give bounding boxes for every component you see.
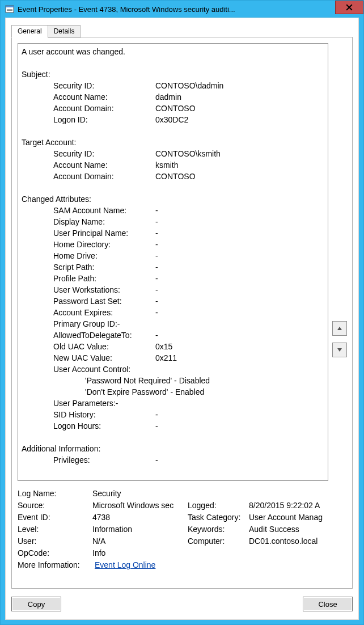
subject-security-id-label: Security ID: [53, 80, 155, 91]
subject-logon-id-label: Logon ID: [53, 114, 155, 125]
target-account-domain-label: Account Domain: [53, 171, 155, 182]
homedir-value: - [155, 239, 324, 250]
delegate-label: AllowedToDelegateTo: [53, 330, 155, 341]
target-heading: Target Account: [22, 137, 77, 148]
source-label: Source: [18, 500, 92, 512]
computer-value: DC01.contoso.local [249, 535, 346, 547]
event-metadata: Log Name: Security Source: Microsoft Win… [18, 488, 346, 571]
expires-value: - [155, 307, 324, 318]
source-value: Microsoft Windows sec [92, 500, 188, 512]
newuac-value: 0x211 [155, 352, 324, 364]
uparams-label: User Parameters: [53, 398, 116, 409]
sid-value: - [155, 409, 324, 420]
event-nav-arrows [332, 321, 346, 364]
changed-heading: Changed Attributes: [22, 193, 91, 205]
more-info-label: More Information: [18, 559, 95, 571]
subject-account-name-value: dadmin [155, 91, 324, 103]
priv-value: - [155, 454, 324, 466]
target-account-name-label: Account Name: [53, 159, 155, 171]
copy-button[interactable]: Copy [11, 597, 61, 611]
workstations-value: - [155, 284, 324, 295]
homedir-label: Home Directory: [53, 239, 155, 250]
olduac-value: 0x15 [155, 341, 324, 352]
svg-rect-1 [6, 6, 14, 7]
tab-details[interactable]: Details [48, 25, 81, 38]
computer-label: Computer: [188, 535, 249, 547]
target-security-id-label: Security ID: [53, 148, 155, 159]
event-log-online-link[interactable]: Event Log Online [95, 559, 155, 571]
arrow-up-icon [337, 326, 342, 331]
display-label: Display Name: [53, 216, 155, 227]
client-area: General Details A user account was chang… [5, 18, 359, 620]
priv-label: Privileges: [53, 454, 155, 466]
workstations-label: User Workstations: [53, 284, 155, 295]
uac-line1: 'Password Not Required' - Disabled [85, 375, 210, 386]
event-id-label: Event ID: [18, 512, 92, 523]
profile-label: Profile Path: [53, 273, 155, 284]
target-account-name-value: ksmith [155, 159, 324, 171]
level-label: Level: [18, 523, 92, 535]
newuac-label: New UAC Value: [53, 352, 155, 364]
sid-label: SID History: [53, 409, 155, 420]
pwdlast-value: - [155, 295, 324, 307]
logged-label: Logged: [188, 500, 249, 512]
tab-general[interactable]: General [11, 25, 48, 38]
task-cat-label: Task Category: [188, 512, 249, 523]
olduac-label: Old UAC Value: [53, 341, 155, 352]
upn-label: User Principal Name: [53, 227, 155, 239]
script-value: - [155, 261, 324, 273]
event-description-box[interactable]: A user account was changed. Subject: Sec… [18, 43, 328, 481]
pgid-value: - [117, 318, 120, 330]
task-cat-value: User Account Manag [249, 512, 346, 523]
app-icon [5, 5, 14, 14]
subject-heading: Subject: [22, 69, 50, 80]
subject-account-domain-value: CONTOSO [155, 103, 324, 114]
uac-line2: 'Don't Expire Password' - Enabled [85, 386, 204, 398]
uparams-value: - [116, 398, 118, 409]
logged-value: 8/20/2015 9:22:02 A [249, 500, 346, 512]
keywords-label: Keywords: [188, 523, 249, 535]
sam-value: - [155, 205, 324, 216]
upn-value: - [155, 227, 324, 239]
additional-heading: Additional Information: [22, 443, 100, 454]
level-value: Information [92, 523, 188, 535]
svg-rect-3 [7, 10, 12, 11]
log-name-value: Security [92, 488, 188, 500]
subject-account-domain-label: Account Domain: [53, 103, 155, 114]
pgid-label: Primary Group ID: [53, 318, 117, 330]
delegate-value: - [155, 330, 324, 341]
prev-event-button[interactable] [332, 321, 347, 336]
user-label: User: [18, 535, 92, 547]
target-account-domain-value: CONTOSO [155, 171, 324, 182]
pwdlast-label: Password Last Set: [53, 295, 155, 307]
user-value: N/A [92, 535, 188, 547]
subject-security-id-value: CONTOSO\dadmin [155, 80, 324, 91]
close-icon [346, 4, 353, 11]
display-value: - [155, 216, 324, 227]
script-label: Script Path: [53, 261, 155, 273]
homedrive-label: Home Drive: [53, 250, 155, 261]
uac-label: User Account Control: [53, 364, 130, 375]
subject-account-name-label: Account Name: [53, 91, 155, 103]
event-id-value: 4738 [92, 512, 188, 523]
logonhrs-value: - [155, 420, 324, 432]
profile-value: - [155, 273, 324, 284]
log-name-label: Log Name: [18, 488, 92, 500]
tab-strip: General Details [11, 25, 81, 38]
target-security-id-value: CONTOSO\ksmith [155, 148, 324, 159]
window-title: Event Properties - Event 4738, Microsoft… [18, 5, 363, 14]
homedrive-value: - [155, 250, 324, 261]
expires-label: Account Expires: [53, 307, 155, 318]
window-close-button[interactable] [335, 1, 363, 14]
opcode-label: OpCode: [18, 547, 92, 559]
close-button[interactable]: Close [303, 597, 353, 611]
next-event-button[interactable] [332, 343, 347, 357]
title-bar[interactable]: Event Properties - Event 4738, Microsoft… [1, 1, 363, 18]
dialog-buttons: Copy Close [11, 597, 353, 611]
svg-rect-2 [7, 9, 12, 10]
sam-label: SAM Account Name: [53, 205, 155, 216]
arrow-down-icon [337, 347, 342, 353]
subject-logon-id-value: 0x30DC2 [155, 114, 324, 125]
tab-page-general: A user account was changed. Subject: Sec… [11, 37, 353, 589]
window-frame: Event Properties - Event 4738, Microsoft… [0, 0, 364, 625]
